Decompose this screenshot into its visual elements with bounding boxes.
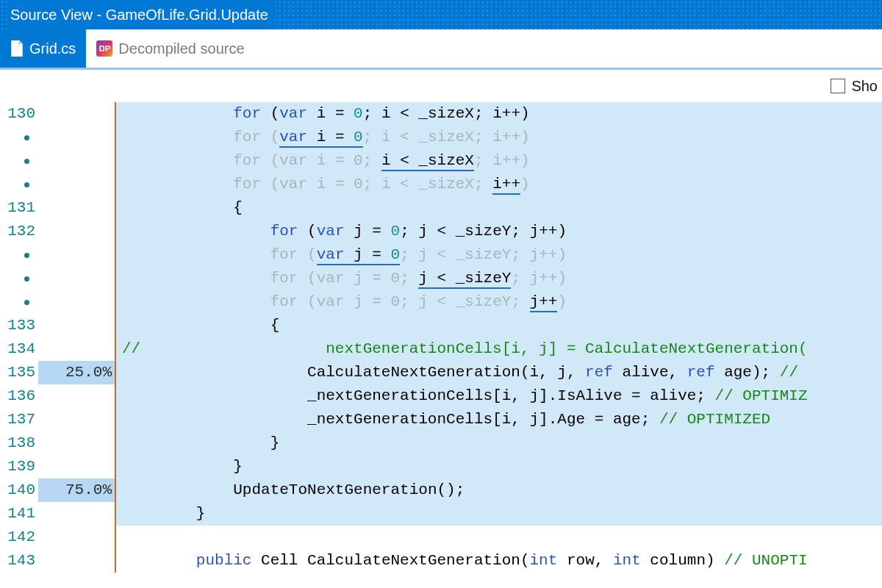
line-number: 137 [0, 408, 35, 431]
line-number: 131 [0, 196, 35, 220]
code-line: public Cell CalculateNextGeneration(int … [115, 549, 882, 573]
margin-line [115, 102, 116, 573]
code-editor[interactable]: 130 131 132 133 134 135 136 137 138 139 … [0, 102, 882, 573]
code-line: for (var j = 0; j < _sizeY; j++) [115, 290, 882, 314]
code-line: { [115, 314, 882, 337]
show-checkbox-label: Sho [851, 78, 878, 95]
code-line: for (var i = 0; i < _sizeX; i++) [115, 149, 882, 173]
line-number: 135 [0, 361, 35, 384]
hotspot-percent: 75.0% [38, 478, 115, 502]
dotpeek-icon: DP [96, 40, 112, 57]
code-area[interactable]: for (var i = 0; i < _sizeX; i++) for (va… [115, 102, 882, 573]
code-line: } [115, 455, 882, 478]
line-number: 130 [0, 102, 35, 126]
line-number: 132 [0, 220, 35, 243]
code-line: for (var i = 0; i < _sizeX; i++) [115, 173, 882, 196]
code-line: for (var j = 0; j < _sizeY; j++) [115, 267, 882, 290]
line-number: 142 [0, 526, 35, 549]
code-line: for (var i = 0; i < _sizeX; i++) [115, 102, 882, 126]
gutter-bullet [0, 173, 35, 196]
tab-label: Grid.cs [29, 40, 76, 57]
line-number: 140 [0, 478, 35, 502]
csharp-file-icon [10, 40, 24, 57]
hotspot-percent: 25.0% [38, 361, 115, 384]
code-line: for (var i = 0; i < _sizeX; i++) [115, 126, 882, 149]
code-line: for (var j = 0; j < _sizeY; j++) [115, 220, 882, 243]
line-number: 141 [0, 502, 35, 526]
code-line: UpdateToNextGeneration(); [115, 478, 882, 502]
code-line: // nextGenerationCells[i, j] = Calculate… [115, 337, 882, 361]
hotspot-column: 25.0% 75.0% [38, 102, 115, 573]
line-number: 136 [0, 384, 35, 408]
line-number: 139 [0, 455, 35, 478]
options-row: Sho [0, 70, 882, 102]
code-line [115, 526, 882, 549]
window-title: Source View - GameOfLife.Grid.Update [10, 7, 268, 24]
window-titlebar: Source View - GameOfLife.Grid.Update [0, 0, 882, 29]
tab-decompiled[interactable]: DP Decompiled source [86, 29, 254, 68]
gutter-bullet [0, 126, 35, 149]
code-line: _nextGenerationCells[i, j].IsAlive = ali… [115, 384, 882, 408]
code-line: CalculateNextGeneration(i, j, ref alive,… [115, 361, 882, 384]
line-number: 134 [0, 337, 35, 361]
gutter-bullet [0, 149, 35, 173]
line-number: 133 [0, 314, 35, 337]
tab-strip: Grid.cs DP Decompiled source [0, 29, 882, 70]
show-checkbox[interactable] [831, 79, 845, 93]
gutter-bullet [0, 243, 35, 267]
line-number: 138 [0, 431, 35, 455]
code-line: for (var j = 0; j < _sizeY; j++) [115, 243, 882, 267]
code-line: } [115, 502, 882, 526]
code-line: { [115, 196, 882, 220]
gutter: 130 131 132 133 134 135 136 137 138 139 … [0, 102, 38, 573]
tab-source-file[interactable]: Grid.cs [0, 29, 86, 68]
gutter-bullet [0, 267, 35, 290]
gutter-bullet [0, 290, 35, 314]
tab-label: Decompiled source [118, 40, 244, 57]
line-number: 143 [0, 549, 35, 573]
code-line: } [115, 431, 882, 455]
code-line: _nextGenerationCells[i, j].Age = age; //… [115, 408, 882, 431]
